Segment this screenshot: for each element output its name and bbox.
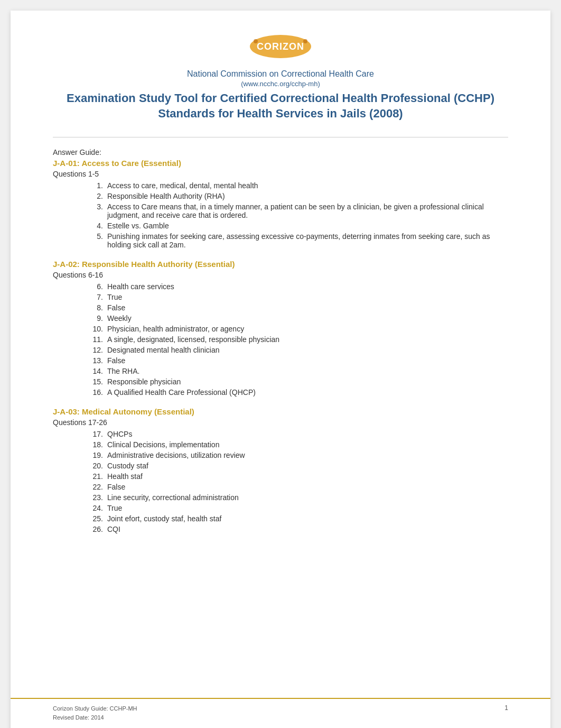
- answer-number: 6.: [85, 282, 103, 291]
- list-item: 9.Weekly: [85, 314, 508, 322]
- header-url: (www.ncchc.org/cchp-mh): [53, 80, 508, 88]
- answer-text: False: [107, 483, 125, 491]
- answer-number: 7.: [85, 293, 103, 301]
- page-header: CORIZON National Commission on Correctio…: [53, 32, 508, 121]
- answer-number: 20.: [85, 462, 103, 470]
- list-item: 20.Custody staf: [85, 462, 508, 470]
- corizon-logo: CORIZON: [246, 32, 315, 61]
- answer-number: 9.: [85, 314, 103, 322]
- svg-point-2: [254, 39, 258, 43]
- answer-number: 12.: [85, 346, 103, 354]
- list-item: 16.A Qualified Health Care Professional …: [85, 388, 508, 397]
- answer-number: 13.: [85, 356, 103, 365]
- list-item: 3.Access to Care means that, in a timely…: [85, 202, 508, 219]
- section-j-a-02: J-A-02: Responsible Health Authority (Es…: [53, 260, 508, 397]
- answer-text: Responsible Health Authority (RHA): [107, 192, 225, 200]
- list-item: 7.True: [85, 293, 508, 301]
- section-j-a-03: J-A-03: Medical Autonomy (Essential)Ques…: [53, 407, 508, 533]
- list-item: 10.Physician, health administrator, or a…: [85, 325, 508, 333]
- answer-number: 3.: [85, 202, 103, 211]
- answer-number: 17.: [85, 430, 103, 438]
- footer-line1: Corizon Study Guide: CCHP-MH: [53, 704, 137, 714]
- list-item: 21.Health staf: [85, 472, 508, 481]
- answer-text: Administrative decisions, utilization re…: [107, 451, 245, 459]
- answer-text: Joint efort, custody staf, health staf: [107, 514, 221, 523]
- list-item: 8.False: [85, 303, 508, 312]
- section-heading-j-a-02: J-A-02: Responsible Health Authority (Es…: [53, 260, 508, 269]
- list-item: 6.Health care services: [85, 282, 508, 291]
- answer-text: False: [107, 303, 125, 312]
- list-item: 15.Responsible physician: [85, 377, 508, 386]
- answer-text: CQI: [107, 525, 120, 533]
- list-item: 25.Joint efort, custody staf, health sta…: [85, 514, 508, 523]
- list-item: 5.Punishing inmates for seeking care, as…: [85, 232, 508, 249]
- answer-number: 4.: [85, 222, 103, 230]
- answer-list-j-a-01: 1.Access to care, medical, dental, menta…: [85, 181, 508, 249]
- answer-text: A single, designated, licensed, responsi…: [107, 335, 279, 344]
- answer-number: 15.: [85, 377, 103, 386]
- logo-area: CORIZON: [53, 32, 508, 63]
- answer-number: 14.: [85, 367, 103, 375]
- header-line1: Examination Study Tool for Certified Cor…: [67, 91, 494, 105]
- list-item: 23.Line security, correctional administr…: [85, 493, 508, 502]
- sections-container: J-A-01: Access to Care (Essential)Questi…: [53, 159, 508, 533]
- answer-text: The RHA.: [107, 367, 139, 375]
- list-item: 12.Designated mental health clinician: [85, 346, 508, 354]
- answer-text: Health staf: [107, 472, 143, 481]
- footer-line2: Revised Date: 2014: [53, 713, 137, 723]
- answer-list-j-a-03: 17.QHCPs18.Clinical Decisions, implement…: [85, 430, 508, 533]
- page: CORIZON National Commission on Correctio…: [11, 11, 550, 728]
- answer-number: 1.: [85, 181, 103, 190]
- list-item: 1.Access to care, medical, dental, menta…: [85, 181, 508, 190]
- answer-text: Punishing inmates for seeking care, asse…: [107, 232, 508, 249]
- answer-number: 24.: [85, 504, 103, 512]
- answer-text: Clinical Decisions, implementation: [107, 440, 219, 449]
- answer-number: 26.: [85, 525, 103, 533]
- list-item: 24.True: [85, 504, 508, 512]
- header-line2: Standards for Health Services in Jails (…: [158, 107, 403, 120]
- section-heading-j-a-01: J-A-01: Access to Care (Essential): [53, 159, 508, 168]
- answer-text: False: [107, 356, 125, 365]
- answer-number: 18.: [85, 440, 103, 449]
- answer-number: 19.: [85, 451, 103, 459]
- list-item: 2.Responsible Health Authority (RHA): [85, 192, 508, 200]
- list-item: 17.QHCPs: [85, 430, 508, 438]
- list-item: 14.The RHA.: [85, 367, 508, 375]
- answer-text: Access to Care means that, in a timely m…: [107, 202, 508, 219]
- questions-range-j-a-03: Questions 17-26: [53, 418, 508, 427]
- answer-text: Responsible physician: [107, 377, 181, 386]
- answer-text: A Qualified Health Care Professional (QH…: [107, 388, 256, 397]
- answer-text: QHCPs: [107, 430, 132, 438]
- answer-text: Custody staf: [107, 462, 148, 470]
- answer-guide-label: Answer Guide:: [53, 148, 508, 156]
- answer-text: Estelle vs. Gamble: [107, 222, 169, 230]
- answer-text: True: [107, 504, 122, 512]
- answer-number: 10.: [85, 325, 103, 333]
- list-item: 4.Estelle vs. Gamble: [85, 222, 508, 230]
- list-item: 18.Clinical Decisions, implementation: [85, 440, 508, 449]
- answer-text: Physician, health administrator, or agen…: [107, 325, 244, 333]
- header-title-large: Examination Study Tool for Certified Cor…: [53, 91, 508, 121]
- answer-text: True: [107, 293, 122, 301]
- answer-number: 11.: [85, 335, 103, 344]
- section-j-a-01: J-A-01: Access to Care (Essential)Questi…: [53, 159, 508, 249]
- svg-point-3: [303, 39, 307, 43]
- answer-number: 16.: [85, 388, 103, 397]
- answer-text: Designated mental health clinician: [107, 346, 219, 354]
- list-item: 11.A single, designated, licensed, respo…: [85, 335, 508, 344]
- questions-range-j-a-02: Questions 6-16: [53, 271, 508, 279]
- list-item: 26.CQI: [85, 525, 508, 533]
- answer-text: Weekly: [107, 314, 132, 322]
- answer-number: 23.: [85, 493, 103, 502]
- questions-range-j-a-01: Questions 1-5: [53, 170, 508, 178]
- answer-number: 2.: [85, 192, 103, 200]
- header-title-main: National Commission on Correctional Heal…: [53, 69, 508, 79]
- answer-text: Health care services: [107, 282, 174, 291]
- footer-page-number: 1: [504, 704, 508, 712]
- list-item: 13.False: [85, 356, 508, 365]
- header-divider: [53, 137, 508, 137]
- list-item: 19.Administrative decisions, utilization…: [85, 451, 508, 459]
- answer-text: Access to care, medical, dental, mental …: [107, 181, 258, 190]
- answer-number: 22.: [85, 483, 103, 491]
- answer-list-j-a-02: 6.Health care services7.True8.False9.Wee…: [85, 282, 508, 397]
